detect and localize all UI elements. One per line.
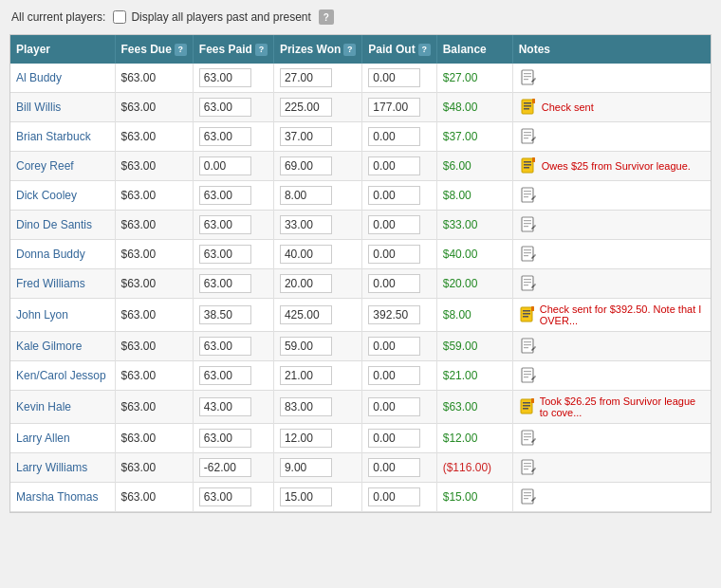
prizes-won-input[interactable]: 69.00 <box>280 156 332 175</box>
note-icon[interactable] <box>519 245 538 264</box>
fees-paid-input[interactable]: 63.00 <box>199 429 251 448</box>
svg-rect-18 <box>522 188 533 202</box>
prizes-won-input[interactable]: 20.00 <box>280 274 332 293</box>
fees-paid-input[interactable]: 0.00 <box>199 156 251 175</box>
paid-out-input[interactable]: 0.00 <box>368 156 420 175</box>
paid-out-input[interactable]: 0.00 <box>368 127 420 146</box>
player-name-link[interactable]: Kevin Hale <box>16 400 71 413</box>
player-name-link[interactable]: Dick Cooley <box>16 189 77 202</box>
player-name-link[interactable]: John Lyon <box>16 308 68 322</box>
display-all-label[interactable]: Display all players past and present <box>113 10 310 24</box>
note-icon[interactable] <box>519 127 538 146</box>
prizes-won-input[interactable]: 37.00 <box>280 127 332 146</box>
svg-rect-51 <box>531 398 534 403</box>
player-name-link[interactable]: Corey Reef <box>16 159 74 173</box>
note-icon[interactable] <box>519 429 538 448</box>
notes-cell <box>512 483 711 512</box>
fees-paid-input[interactable]: -62.00 <box>199 458 251 477</box>
player-name-link[interactable]: Ken/Carol Jessop <box>16 369 106 382</box>
note-icon[interactable] <box>519 458 538 477</box>
paid-out-input[interactable]: 0.00 <box>368 337 420 356</box>
fees-paid-cell: 63.00 <box>193 64 273 93</box>
fees-paid-input[interactable]: 63.00 <box>199 186 251 205</box>
paid-out-input[interactable]: 0.00 <box>368 429 420 448</box>
player-name-link[interactable]: Larry Allen <box>16 432 70 445</box>
svg-rect-12 <box>524 138 528 138</box>
fees-due-help-icon[interactable]: ? <box>175 44 187 56</box>
note-icon[interactable] <box>519 397 536 416</box>
prizes-won-input[interactable]: 12.00 <box>280 429 332 448</box>
paid-out-input[interactable]: 392.50 <box>368 305 420 324</box>
player-name-link[interactable]: Kale Gilmore <box>16 340 82 353</box>
note-icon[interactable] <box>519 487 538 506</box>
fees-paid-input[interactable]: 63.00 <box>199 127 251 146</box>
paid-out-input[interactable]: 0.00 <box>368 397 420 416</box>
paid-out-input[interactable]: 0.00 <box>368 274 420 293</box>
prizes-won-input[interactable]: 40.00 <box>280 245 332 264</box>
player-name-link[interactable]: Larry Williams <box>16 461 87 474</box>
paid-out-input[interactable]: 0.00 <box>368 215 420 234</box>
note-icon[interactable] <box>519 98 538 117</box>
player-name-link[interactable]: Fred Williams <box>16 277 85 290</box>
player-name-link[interactable]: Brian Starbuck <box>16 130 91 143</box>
prizes-won-input[interactable]: 59.00 <box>280 337 332 356</box>
paid-out-input[interactable]: 0.00 <box>368 68 420 87</box>
paid-out-input[interactable]: 0.00 <box>368 487 420 506</box>
player-name-link[interactable]: Bill Willis <box>16 101 61 114</box>
prizes-won-input[interactable]: 9.00 <box>280 458 332 477</box>
note-icon[interactable] <box>519 156 538 175</box>
balance-cell: $8.00 <box>436 299 512 332</box>
fees-paid-input[interactable]: 63.00 <box>199 98 251 117</box>
player-name-link[interactable]: Marsha Thomas <box>16 490 98 504</box>
fees-paid-input[interactable]: 63.00 <box>199 366 251 385</box>
paid-out-help-icon[interactable]: ? <box>418 44 431 56</box>
fees-paid-input[interactable]: 63.00 <box>199 274 251 293</box>
fees-paid-input[interactable]: 38.50 <box>199 305 251 324</box>
players-table-container: Player Fees Due ? Fees Paid ? P <box>9 34 712 513</box>
balance-cell: $63.00 <box>436 391 512 424</box>
note-icon[interactable] <box>519 68 538 87</box>
fees-paid-input[interactable]: 63.00 <box>199 68 251 87</box>
display-all-checkbox[interactable] <box>113 10 126 24</box>
display-all-help-icon[interactable]: ? <box>319 9 334 25</box>
prizes-won-input[interactable]: 83.00 <box>280 397 332 416</box>
prizes-won-input[interactable]: 8.00 <box>280 186 332 205</box>
balance-cell: $20.00 <box>436 269 512 299</box>
paid-out-input[interactable]: 0.00 <box>368 458 420 477</box>
note-icon[interactable] <box>519 186 538 205</box>
fees-paid-help-icon[interactable]: ? <box>255 44 268 56</box>
note-icon[interactable] <box>519 305 536 324</box>
note-icon[interactable] <box>519 366 538 385</box>
note-icon[interactable] <box>519 215 538 234</box>
fees-paid-input[interactable]: 63.00 <box>199 245 251 264</box>
prizes-won-input[interactable]: 425.00 <box>280 305 332 324</box>
svg-rect-21 <box>524 196 528 197</box>
note-icon[interactable] <box>519 274 538 293</box>
player-name-link[interactable]: Al Buddy <box>16 71 62 84</box>
fees-paid-input[interactable]: 63.00 <box>199 337 251 356</box>
paid-out-input[interactable]: 177.00 <box>368 98 420 117</box>
player-name-link[interactable]: Dino De Santis <box>16 218 92 231</box>
paid-out-input[interactable]: 0.00 <box>368 366 420 385</box>
paid-out-input[interactable]: 0.00 <box>368 245 420 264</box>
player-name-link[interactable]: Donna Buddy <box>16 248 85 261</box>
table-row: Al Buddy$63.0063.0027.000.00$27.00 <box>10 64 711 93</box>
prizes-won-help-icon[interactable]: ? <box>343 44 356 56</box>
paid-out-cell: 0.00 <box>362 361 436 391</box>
fees-paid-cell: 0.00 <box>193 152 273 181</box>
fees-paid-input[interactable]: 63.00 <box>199 215 251 234</box>
prizes-won-input[interactable]: 33.00 <box>280 215 332 234</box>
prizes-won-input[interactable]: 27.00 <box>280 68 332 87</box>
svg-rect-22 <box>522 217 533 231</box>
paid-out-input[interactable]: 0.00 <box>368 186 420 205</box>
note-icon[interactable] <box>519 337 538 356</box>
prizes-won-input[interactable]: 225.00 <box>280 98 332 117</box>
fees-paid-input[interactable]: 63.00 <box>199 487 251 506</box>
prizes-won-input[interactable]: 21.00 <box>280 366 332 385</box>
table-row: Dino De Santis$63.0063.0033.000.00$33.00 <box>10 211 711 240</box>
paid-out-cell: 0.00 <box>362 483 436 512</box>
fees-paid-input[interactable]: 43.00 <box>199 397 251 416</box>
svg-rect-11 <box>524 135 531 136</box>
fees-due-cell: $63.00 <box>115 64 193 93</box>
prizes-won-input[interactable]: 15.00 <box>280 487 332 506</box>
